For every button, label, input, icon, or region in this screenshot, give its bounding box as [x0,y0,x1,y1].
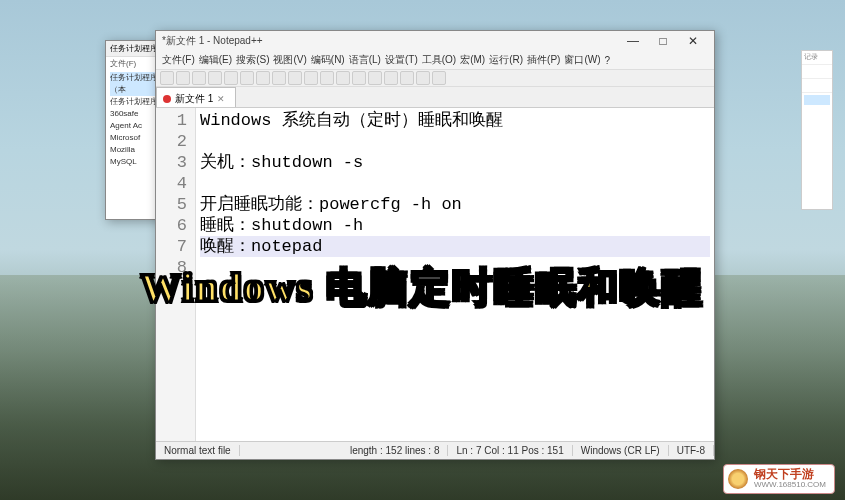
status-length: length : 152 lines : 8 [342,445,449,456]
tree-root[interactable]: 任务计划程序（本 [110,72,160,96]
toolbar-wrap-icon[interactable] [400,71,414,85]
toolbar-zoomin-icon[interactable] [368,71,382,85]
right-panel-row [802,79,832,93]
menu-language[interactable]: 语言(L) [349,53,381,67]
code-line[interactable]: 唤醒：notepad [200,236,710,257]
status-eol: Windows (CR LF) [573,445,669,456]
menu-settings[interactable]: 设置(T) [385,53,418,67]
menubar[interactable]: 文件(F) 编辑(E) 搜索(S) 视图(V) 编码(N) 语言(L) 设置(T… [156,51,714,69]
tree-item[interactable]: Mozilla [110,144,160,156]
watermark-url: WWW.168510.COM [754,481,826,490]
code-line[interactable]: 关机：shutdown -s [200,152,710,173]
toolbar-cut-icon[interactable] [256,71,270,85]
minimize-button[interactable]: — [618,34,648,48]
toolbar-copy-icon[interactable] [272,71,286,85]
maximize-button[interactable]: □ [648,34,678,48]
code-editor[interactable]: Windows 系统自动（定时）睡眠和唤醒 关机：shutdown -s 开启睡… [196,108,714,441]
menu-window[interactable]: 窗口(W) [564,53,600,67]
editor-area[interactable]: 1 2 3 4 5 6 7 8 Windows 系统自动（定时）睡眠和唤醒 关机… [156,107,714,441]
toolbar-zoomout-icon[interactable] [384,71,398,85]
menu-run[interactable]: 运行(R) [489,53,523,67]
right-panel: 记录 [801,50,833,210]
tab-active[interactable]: 新文件 1 ✕ [156,87,236,107]
tree-item[interactable]: Microsof [110,132,160,144]
titlebar[interactable]: *新文件 1 - Notepad++ — □ ✕ [156,31,714,51]
unsaved-indicator-icon [163,95,171,103]
toolbar-replace-icon[interactable] [352,71,366,85]
toolbar-play-icon[interactable] [432,71,446,85]
toolbar-new-icon[interactable] [160,71,174,85]
line-number-gutter: 1 2 3 4 5 6 7 8 [156,108,196,441]
menu-help[interactable]: ? [605,55,611,66]
app-title: *新文件 1 - Notepad++ [162,34,263,48]
right-panel-highlight [804,95,830,105]
tree-item[interactable]: 任务计划程序 [110,96,160,108]
menu-encoding[interactable]: 编码(N) [311,53,345,67]
right-panel-label: 记录 [802,51,832,65]
toolbar-close-icon[interactable] [224,71,238,85]
tree-item[interactable]: Agent Ac [110,120,160,132]
menu-edit[interactable]: 编辑(E) [199,53,232,67]
notepadpp-window[interactable]: *新文件 1 - Notepad++ — □ ✕ 文件(F) 编辑(E) 搜索(… [155,30,715,460]
toolbar-undo-icon[interactable] [304,71,318,85]
code-line[interactable]: 开启睡眠功能：powercfg -h on [200,194,710,215]
toolbar-open-icon[interactable] [176,71,190,85]
menu-view[interactable]: 视图(V) [273,53,306,67]
menu-plugins[interactable]: 插件(P) [527,53,560,67]
toolbar-redo-icon[interactable] [320,71,334,85]
toolbar-record-icon[interactable] [416,71,430,85]
status-encoding: UTF-8 [669,445,714,456]
code-line[interactable] [200,173,710,194]
right-panel-row [802,65,832,79]
tabbar[interactable]: 新文件 1 ✕ [156,87,714,107]
menu-search[interactable]: 搜索(S) [236,53,269,67]
code-line[interactable]: 睡眠：shutdown -h [200,215,710,236]
tree-item[interactable]: MySQL [110,156,160,168]
code-line[interactable]: Windows 系统自动（定时）睡眠和唤醒 [200,110,710,131]
status-position: Ln : 7 Col : 11 Pos : 151 [448,445,572,456]
tab-close-icon[interactable]: ✕ [217,94,225,104]
toolbar-saveall-icon[interactable] [208,71,222,85]
code-line[interactable] [200,131,710,152]
close-button[interactable]: ✕ [678,34,708,48]
desktop-wallpaper: 任务计划程序 文件(F) 任务计划程序（本 任务计划程序 360safe Age… [0,0,845,500]
watermark: 钢天下手游 WWW.168510.COM [723,464,835,494]
toolbar-print-icon[interactable] [240,71,254,85]
menu-tools[interactable]: 工具(O) [422,53,456,67]
tab-label: 新文件 1 [175,92,213,106]
tree-item[interactable]: 360safe [110,108,160,120]
statusbar: Normal text file length : 152 lines : 8 … [156,441,714,459]
toolbar-paste-icon[interactable] [288,71,302,85]
menu-macro[interactable]: 宏(M) [460,53,485,67]
menu-file[interactable]: 文件(F) [162,53,195,67]
status-filetype: Normal text file [156,445,240,456]
toolbar-find-icon[interactable] [336,71,350,85]
code-line[interactable] [200,257,710,278]
toolbar-save-icon[interactable] [192,71,206,85]
toolbar[interactable] [156,69,714,87]
